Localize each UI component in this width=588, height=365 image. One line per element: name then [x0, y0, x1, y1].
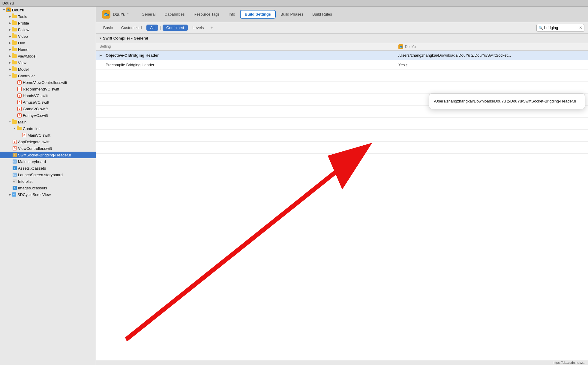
sidebar-item-viewmodel[interactable]: ▶ viewModel	[0, 53, 96, 59]
view-folder-icon	[12, 61, 17, 64]
sidebar-item-launchscreen-label: LaunchScreen.storyboard	[18, 173, 63, 177]
settings-content: ▾ Swift Compiler - General Setting 🐟 Dou…	[96, 34, 588, 360]
assets-icon: A	[13, 166, 17, 170]
view-triangle: ▶	[8, 61, 11, 64]
homeviewcontroller-swift-icon: S	[17, 80, 22, 85]
table-row-precompile-bridging[interactable]: Precompile Bridging Header Yes ↕	[96, 60, 588, 70]
search-clear-button[interactable]: ✕	[579, 25, 582, 30]
swiftsocket-header-icon: h	[13, 153, 17, 157]
add-filter-button[interactable]: +	[208, 25, 215, 31]
sdcycle-triangle: ▶	[8, 193, 11, 196]
appdelegate-swift-icon: S	[13, 140, 17, 144]
objc-bridging-value: /Users/zhangzhangkai/Downloads/DouYu 2/D…	[398, 53, 584, 58]
filter-combined-button[interactable]: Combined	[163, 25, 188, 31]
sidebar-item-homeviewcontroller[interactable]: S HomeViewController.swift	[0, 79, 96, 86]
search-container: 🔍 ✕	[536, 24, 584, 32]
sidebar-item-main[interactable]: ▾ Main	[0, 119, 96, 125]
tab-build-rules[interactable]: Build Rules	[308, 10, 336, 19]
sidebar-item-mainstoryboard[interactable]: SB Main.storyboard	[0, 158, 96, 165]
sidebar-root-label: DouYu	[12, 8, 24, 12]
sidebar-item-gamevc[interactable]: S GameVC.swift	[0, 105, 96, 112]
tab-info[interactable]: Info	[224, 10, 239, 19]
section-title: Swift Compiler - General	[103, 36, 148, 40]
main-folder-icon	[12, 120, 17, 124]
project-name-label: DouYu	[113, 12, 125, 17]
sidebar-item-handsvc[interactable]: S HandsVC.swift	[0, 92, 96, 99]
tab-general[interactable]: General	[137, 10, 160, 19]
sidebar-item-homeviewcontroller-label: HomeViewController.swift	[23, 80, 67, 85]
sidebar-item-model[interactable]: ▶ Model	[0, 66, 96, 73]
sidebar-item-launchscreen[interactable]: SB LaunchScreen.storyboard	[0, 171, 96, 178]
mainvc-swift-icon: S	[22, 133, 26, 137]
table-row-objc-bridging[interactable]: ▶ Objective-C Bridging Header /Users/zha…	[96, 51, 588, 60]
controller-folder-icon	[12, 74, 17, 78]
tab-capabilities[interactable]: Capabilities	[160, 10, 189, 19]
sidebar-item-assets-label: Assets.xcassets	[18, 166, 46, 171]
sidebar-item-funnyvc[interactable]: S FunnyVC.swift	[0, 112, 96, 119]
section-header-swift-compiler[interactable]: ▾ Swift Compiler - General	[96, 34, 588, 43]
search-input[interactable]	[544, 25, 574, 30]
images-icon: A	[13, 186, 17, 190]
sidebar-item-mainvc[interactable]: S MainVC.swift	[0, 132, 96, 138]
empty-row-6	[96, 130, 588, 142]
tab-build-phases[interactable]: Build Phases	[276, 10, 308, 19]
sidebar-item-swiftsocket[interactable]: h SwiftSocket-Brigding-Header.h	[0, 152, 96, 158]
home-folder-icon	[12, 48, 17, 51]
filter-basic-button[interactable]: Basic	[100, 25, 116, 31]
search-icon: 🔍	[538, 26, 543, 30]
sidebar-item-controller2[interactable]: ▾ Controller	[0, 125, 96, 132]
sidebar-item-follow[interactable]: ▶ Follow	[0, 26, 96, 33]
tab-build-settings[interactable]: Build Settings	[240, 10, 276, 19]
objc-bridging-name: Objective-C Bridging Header	[106, 53, 398, 58]
sidebar-item-controller2-label: Controller	[23, 126, 40, 131]
sidebar-item-home-label: Home	[18, 47, 28, 52]
filter-customized-button[interactable]: Customized	[118, 25, 146, 31]
objc-bridging-value-col: /Users/zhangzhangkai/Downloads/DouYu 2/D…	[398, 53, 584, 58]
sidebar-item-mainvc-label: MainVC.swift	[28, 133, 50, 138]
model-triangle: ▶	[8, 68, 11, 71]
infoplist-icon: PL	[13, 179, 17, 183]
sidebar-item-infoplist-label: Info.plist	[18, 179, 32, 184]
sidebar-item-video[interactable]: ▶ Video	[0, 33, 96, 40]
filter-all-button[interactable]: All	[146, 25, 158, 31]
sidebar-item-mainstoryboard-label: Main.storyboard	[18, 159, 46, 164]
sidebar-item-infoplist[interactable]: PL Info.plist	[0, 178, 96, 185]
section-triangle: ▾	[100, 37, 101, 40]
sidebar-item-home[interactable]: ▶ Home	[0, 46, 96, 53]
sidebar-item-live[interactable]: ▶ Live	[0, 40, 96, 46]
sidebar-item-profile[interactable]: ▶ Profile	[0, 20, 96, 26]
title-bar: DouYu	[0, 0, 588, 7]
sidebar-item-sdcycle[interactable]: ▶ ↺ SDCycleScrollView	[0, 191, 96, 198]
root-triangle: ▾	[2, 8, 5, 11]
tab-resource-tags[interactable]: Resource Tags	[190, 10, 224, 19]
controller-triangle: ▾	[8, 74, 11, 77]
sidebar-item-model-label: Model	[18, 67, 28, 72]
status-bar-text: https://bl...csdn.net/z...	[553, 361, 586, 364]
nav-tabs: General Capabilities Resource Tags Info …	[137, 10, 336, 19]
sidebar-item-appdelegate[interactable]: S AppDelegate.swift	[0, 138, 96, 145]
main-triangle: ▾	[8, 120, 11, 123]
empty-row-1	[96, 70, 588, 82]
sidebar-item-tools[interactable]: ▶ Tools	[0, 13, 96, 20]
model-folder-icon	[12, 67, 17, 71]
filter-levels-button[interactable]: Levels	[189, 25, 208, 31]
sidebar-root[interactable]: ▾ 🐟 DouYu	[0, 7, 96, 13]
sidebar-item-amusevc[interactable]: S AmuseVC.swift	[0, 99, 96, 105]
filter-bar: Basic Customized All | Combined Levels +…	[96, 22, 588, 34]
mainstoryboard-icon: SB	[13, 159, 17, 164]
sidebar-item-assets[interactable]: A Assets.xcassets	[0, 165, 96, 171]
profile-folder-icon	[12, 21, 17, 25]
sidebar-item-recommendvc[interactable]: S RecommendVC.swift	[0, 86, 96, 92]
sidebar-item-controller-label: Controller	[18, 74, 35, 78]
sidebar-item-controller[interactable]: ▾ Controller	[0, 73, 96, 79]
video-folder-icon	[12, 34, 17, 38]
objc-bridging-expand[interactable]: ▶	[100, 54, 104, 57]
sidebar-item-images[interactable]: A Images.xcassets	[0, 185, 96, 191]
project-name-button[interactable]: 🐟 DouYu ⌃	[100, 9, 131, 20]
doyu-chip-icon-header: 🐟	[398, 44, 403, 49]
content-area: 🐟 DouYu ⌃ General Capabilities Resource …	[96, 7, 588, 365]
sidebar-item-view[interactable]: ▶ View	[0, 59, 96, 66]
sidebar-item-viewcontroller[interactable]: S ViewController.swift	[0, 145, 96, 152]
sidebar-item-sdcycle-label: SDCycleScrollView	[17, 192, 51, 197]
status-bar: https://bl...csdn.net/z...	[96, 360, 588, 365]
